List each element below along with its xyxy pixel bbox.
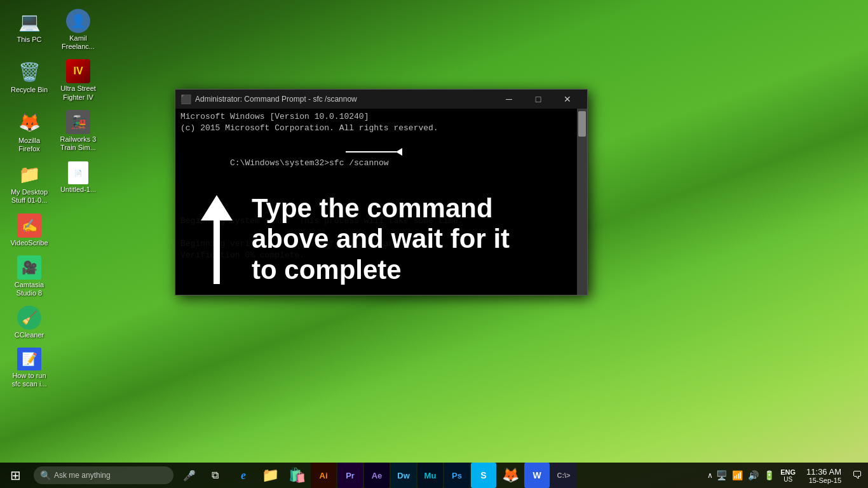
desktop-icon-videoscribe[interactable]: ✍️ VideoScribe <box>6 211 52 250</box>
desktop-icon-recycle-bin[interactable]: 🗑️ Recycle Bin <box>6 57 52 104</box>
language-region: US <box>780 476 796 483</box>
notification-center-button[interactable]: 🗨 <box>850 470 865 481</box>
arrow-stem <box>214 220 220 284</box>
task-view-button[interactable]: ⧉ <box>202 463 227 488</box>
icon-row-2: 🦊 Mozilla Firefox 🚂 Railworks 3 Train Si… <box>6 107 101 156</box>
task-view-icon: ⧉ <box>212 470 219 481</box>
tray-expand-button[interactable]: ∧ <box>707 471 713 480</box>
battery-icon[interactable]: 🔋 <box>764 470 775 480</box>
annotation-text: Type the command above and wait for it t… <box>252 193 510 285</box>
taskbar-app-muse[interactable]: Mu <box>417 463 443 488</box>
this-pc-icon: 💻 <box>17 9 42 34</box>
network-icon[interactable]: 🖥️ <box>716 470 727 480</box>
my-desktop-label: My Desktop Stuff 01-0... <box>9 188 50 205</box>
taskbar-search[interactable]: 🔍 Ask me anything <box>34 466 173 484</box>
icon-row-7: 📝 How to run sfc scan i... <box>6 345 101 391</box>
firefox-label: Mozilla Firefox <box>9 137 50 153</box>
cmd-titlebar: ⬛ Administrator: Command Prompt - sfc /s… <box>175 90 587 109</box>
kamil-icon: 👤 <box>66 9 90 33</box>
untitled-icon: 📄 <box>68 161 88 184</box>
clock-date: 15-Sep-15 <box>806 477 841 484</box>
cmd-line-2 <box>180 134 572 146</box>
taskbar-app-edge[interactable]: e <box>231 463 256 488</box>
untitled-label: Untitled-1... <box>60 186 96 194</box>
this-pc-label: This PC <box>17 36 41 44</box>
desktop-icon-railworks[interactable]: 🚂 Railworks 3 Train Sim... <box>55 107 101 156</box>
arrow-up-icon <box>201 195 233 220</box>
videoscribe-icon: ✍️ <box>17 214 41 238</box>
street-fighter-icon: IV <box>66 59 90 83</box>
desktop-icon-this-pc[interactable]: 💻 This PC <box>6 6 52 53</box>
clock-time: 11:36 AM <box>806 467 841 477</box>
language-code: ENG <box>780 468 796 476</box>
clock[interactable]: 11:36 AM 15-Sep-15 <box>801 466 846 485</box>
how-to-icon: 📝 <box>17 348 41 370</box>
ccleaner-icon: 🧹 <box>17 306 41 330</box>
taskbar-tray: ∧ 🖥️ 📶 🔊 🔋 ENG US 11:36 AM 15-Sep-15 🗨 <box>707 466 868 485</box>
railworks-label: Railworks 3 Train Sim... <box>58 135 98 152</box>
camtasia-label: Camtasia Studio 8 <box>9 281 50 297</box>
cmd-window-title: Administrator: Command Prompt - sfc /sca… <box>195 95 494 104</box>
cmd-window-icon: ⬛ <box>180 94 191 104</box>
cmd-minimize-button[interactable]: ─ <box>494 90 524 109</box>
railworks-icon: 🚂 <box>66 110 90 134</box>
wifi-icon[interactable]: 📶 <box>732 470 743 480</box>
videoscribe-label: VideoScribe <box>10 239 48 247</box>
desktop-icon-kamil[interactable]: 👤 Kamil Freelanc... <box>55 6 101 53</box>
recycle-bin-label: Recycle Bin <box>11 86 48 94</box>
cmd-line-1: (c) 2015 Microsoft Corporation. All righ… <box>180 123 572 134</box>
cmd-maximize-button[interactable]: □ <box>524 90 553 109</box>
icon-row-0: 💻 This PC 👤 Kamil Freelanc... <box>6 6 101 53</box>
start-button[interactable]: ⊞ <box>0 463 31 488</box>
recycle-bin-icon: 🗑️ <box>17 59 42 85</box>
taskbar-app-firefox[interactable]: 🦊 <box>498 463 523 488</box>
taskbar-app-premiere[interactable]: Pr <box>337 463 363 488</box>
cmd-scrollbar-thumb[interactable] <box>578 111 586 137</box>
how-to-label: How to run sfc scan i... <box>9 372 50 388</box>
language-indicator[interactable]: ENG US <box>778 467 798 484</box>
desktop-icon-ccleaner[interactable]: 🧹 CCleaner <box>6 303 52 342</box>
camtasia-icon: 🎥 <box>17 255 41 280</box>
cmd-body: Microsoft Windows [Version 10.0.10240] (… <box>175 109 587 295</box>
icon-row-5: 🎥 Camtasia Studio 8 <box>6 253 101 300</box>
system-tray-icons: 🖥️ 📶 🔊 🔋 <box>716 470 775 480</box>
taskbar-app-dreamweaver[interactable]: Dw <box>391 463 416 488</box>
taskbar-app-photoshop[interactable]: Ps <box>444 463 470 488</box>
microphone-icon: 🎤 <box>183 470 196 482</box>
desktop-icon-how-to[interactable]: 📝 How to run sfc scan i... <box>6 345 52 391</box>
volume-icon[interactable]: 🔊 <box>748 470 759 480</box>
cmd-close-button[interactable]: ✕ <box>553 90 582 109</box>
taskbar-app-illustrator[interactable]: Ai <box>311 463 336 488</box>
search-icon: 🔍 <box>40 470 51 480</box>
microphone-button[interactable]: 🎤 <box>177 463 202 488</box>
desktop-icon-my-desktop[interactable]: 📁 My Desktop Stuff 01-0... <box>6 159 52 207</box>
cmd-scrollbar[interactable] <box>577 109 587 295</box>
desktop: 💻 This PC 👤 Kamil Freelanc... 🗑️ Recycle… <box>0 0 868 488</box>
desktop-icon-firefox[interactable]: 🦊 Mozilla Firefox <box>6 107 52 156</box>
desktop-icon-street-fighter[interactable]: IV Ultra Street Fighter IV <box>55 57 101 104</box>
cmd-content[interactable]: Microsoft Windows [Version 10.0.10240] (… <box>175 109 577 295</box>
taskbar-app-store[interactable]: 🛍️ <box>284 463 309 488</box>
taskbar-app-word[interactable]: W <box>524 463 550 488</box>
icon-row-4: ✍️ VideoScribe <box>6 211 101 250</box>
desktop-icon-untitled[interactable]: 📄 Untitled-1... <box>55 159 101 207</box>
desktop-icons-container: 💻 This PC 👤 Kamil Freelanc... 🗑️ Recycle… <box>6 6 101 391</box>
cmd-line-0: Microsoft Windows [Version 10.0.10240] <box>180 111 572 123</box>
firefox-desktop-icon: 🦊 <box>17 110 42 135</box>
annotation-arrow <box>201 195 233 284</box>
search-placeholder-text: Ask me anything <box>54 471 111 480</box>
taskbar-app-cmd[interactable]: C:\> <box>551 463 576 488</box>
icon-row-6: 🧹 CCleaner <box>6 303 101 342</box>
street-fighter-label: Ultra Street Fighter IV <box>58 85 98 101</box>
icon-row-3: 📁 My Desktop Stuff 01-0... 📄 Untitled-1.… <box>6 159 101 207</box>
annotation-overlay: Type the command above and wait for it t… <box>175 184 577 295</box>
kamil-label: Kamil Freelanc... <box>58 34 98 51</box>
taskbar-app-aftereffects[interactable]: Ae <box>364 463 390 488</box>
cmd-window-controls: ─ □ ✕ <box>494 90 582 109</box>
cmd-window[interactable]: ⬛ Administrator: Command Prompt - sfc /s… <box>175 89 588 295</box>
icon-row-1: 🗑️ Recycle Bin IV Ultra Street Fighter I… <box>6 57 101 104</box>
taskbar-app-explorer[interactable]: 📁 <box>257 463 283 488</box>
desktop-icon-camtasia[interactable]: 🎥 Camtasia Studio 8 <box>6 253 52 300</box>
taskbar-pinned-apps: e 📁 🛍️ Ai Pr Ae Dw Mu <box>231 463 576 488</box>
taskbar-app-skype[interactable]: S <box>471 463 496 488</box>
